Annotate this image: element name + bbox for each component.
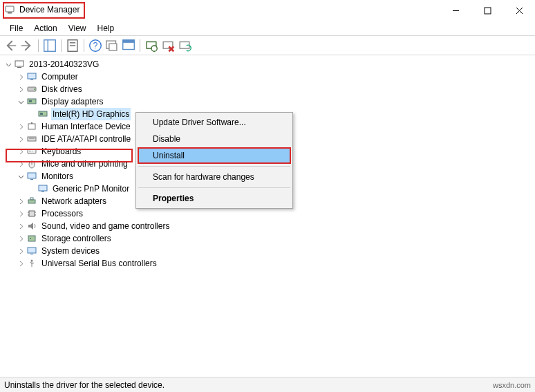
titlebar: Device Manager (0, 0, 535, 21)
collapse-icon[interactable] (4, 60, 12, 68)
tree-storage[interactable]: Storage controllers (1, 232, 534, 245)
cm-disable[interactable]: Disable (138, 131, 291, 147)
expand-icon[interactable] (17, 122, 25, 131)
monitor-icon (26, 71, 37, 82)
scan-hardware-button[interactable] (144, 38, 159, 53)
usb-icon (26, 258, 37, 269)
svg-rect-45 (39, 185, 47, 191)
tree-root[interactable]: 2013-20140323VG (1, 58, 534, 71)
ide-icon (26, 133, 37, 144)
svg-point-28 (34, 88, 35, 90)
svg-point-55 (30, 238, 31, 239)
tree-computer[interactable]: Computer (1, 71, 534, 83)
svg-rect-24 (17, 67, 21, 68)
monitor-icon (26, 245, 37, 256)
svg-rect-38 (29, 151, 30, 151)
svg-rect-44 (30, 179, 33, 180)
toolbar-btn-6[interactable] (121, 38, 136, 53)
cm-separator (138, 166, 290, 167)
tree-display-adapters[interactable]: Display adapters (1, 95, 534, 108)
hid-icon (26, 121, 37, 132)
monitor-icon (37, 183, 48, 194)
menu-help[interactable]: Help (92, 22, 120, 35)
close-button[interactable] (503, 0, 535, 21)
svg-rect-39 (30, 151, 31, 151)
svg-rect-35 (28, 137, 36, 141)
svg-rect-14 (109, 44, 117, 50)
device-manager-icon (4, 4, 15, 15)
cpu-icon (26, 208, 37, 219)
svg-rect-34 (31, 122, 32, 124)
minimize-button[interactable] (440, 0, 471, 21)
svg-rect-26 (30, 80, 33, 80)
status-text: Uninstalls the driver for the selected d… (4, 380, 165, 390)
svg-rect-43 (28, 173, 36, 178)
expand-icon[interactable] (17, 234, 25, 243)
back-button[interactable] (3, 38, 18, 53)
tree-processors[interactable]: Processors (1, 207, 534, 220)
svg-rect-16 (123, 39, 135, 42)
expand-icon[interactable] (17, 147, 25, 156)
svg-rect-32 (40, 113, 43, 115)
toolbar-separator (84, 39, 84, 52)
svg-rect-23 (15, 61, 24, 66)
keyboard-icon (26, 146, 37, 157)
svg-rect-25 (28, 73, 36, 79)
title-highlight: Device Manager (3, 2, 85, 19)
network-icon (26, 196, 37, 207)
svg-rect-46 (41, 192, 44, 192)
svg-rect-48 (30, 198, 33, 200)
display-adapter-icon (37, 109, 48, 120)
context-menu: Update Driver Software... Disable Uninst… (135, 112, 293, 209)
tree-root-label: 2013-20140323VG (28, 58, 100, 71)
expand-icon[interactable] (17, 247, 25, 255)
update-driver-button[interactable] (177, 38, 192, 53)
properties-button[interactable] (65, 38, 80, 53)
computer-icon (14, 59, 25, 70)
toolbar: ? (0, 36, 535, 55)
cm-uninstall[interactable]: Uninstall (138, 147, 291, 164)
show-hide-tree-button[interactable] (42, 38, 57, 53)
watermark: wsxdn.com (493, 381, 531, 389)
toolbar-separator (61, 39, 62, 52)
svg-rect-49 (29, 211, 35, 216)
expand-icon[interactable] (17, 222, 25, 230)
svg-rect-3 (485, 8, 491, 14)
storage-icon (26, 233, 37, 244)
svg-text:?: ? (93, 41, 98, 50)
svg-rect-0 (6, 6, 14, 12)
menu-action[interactable]: Action (28, 22, 62, 35)
cm-update-driver[interactable]: Update Driver Software... (138, 114, 291, 131)
collapse-icon[interactable] (17, 97, 25, 106)
expand-icon[interactable] (17, 209, 25, 218)
cm-scan-hardware[interactable]: Scan for hardware changes (138, 169, 291, 185)
cm-properties[interactable]: Properties (138, 190, 291, 207)
expand-icon[interactable] (17, 85, 25, 93)
help-button[interactable]: ? (88, 38, 103, 53)
monitor-icon (26, 171, 37, 182)
expand-icon[interactable] (17, 135, 25, 143)
svg-rect-30 (29, 100, 32, 102)
maximize-button[interactable] (471, 0, 503, 21)
collapse-icon[interactable] (17, 172, 25, 180)
expand-icon[interactable] (17, 73, 25, 81)
svg-rect-1 (8, 12, 12, 14)
window-title: Device Manager (19, 5, 79, 15)
svg-point-18 (151, 46, 157, 51)
expand-icon[interactable] (17, 160, 25, 168)
forward-button[interactable] (19, 38, 35, 53)
mouse-icon (26, 158, 37, 169)
svg-rect-19 (163, 41, 173, 48)
menu-file[interactable]: File (4, 22, 28, 35)
svg-rect-40 (32, 151, 32, 151)
tree-system[interactable]: System devices (1, 245, 534, 257)
tree-sound[interactable]: Sound, video and game controllers (1, 220, 534, 232)
menubar: File Action View Help (0, 21, 535, 36)
toolbar-btn-5[interactable] (104, 38, 120, 53)
tree-disk-drives[interactable]: Disk drives (1, 83, 534, 95)
expand-icon[interactable] (17, 259, 25, 268)
expand-icon[interactable] (17, 197, 25, 205)
menu-view[interactable]: View (63, 22, 92, 35)
tree-usb[interactable]: Universal Serial Bus controllers (1, 257, 534, 270)
uninstall-device-button[interactable] (160, 38, 176, 53)
